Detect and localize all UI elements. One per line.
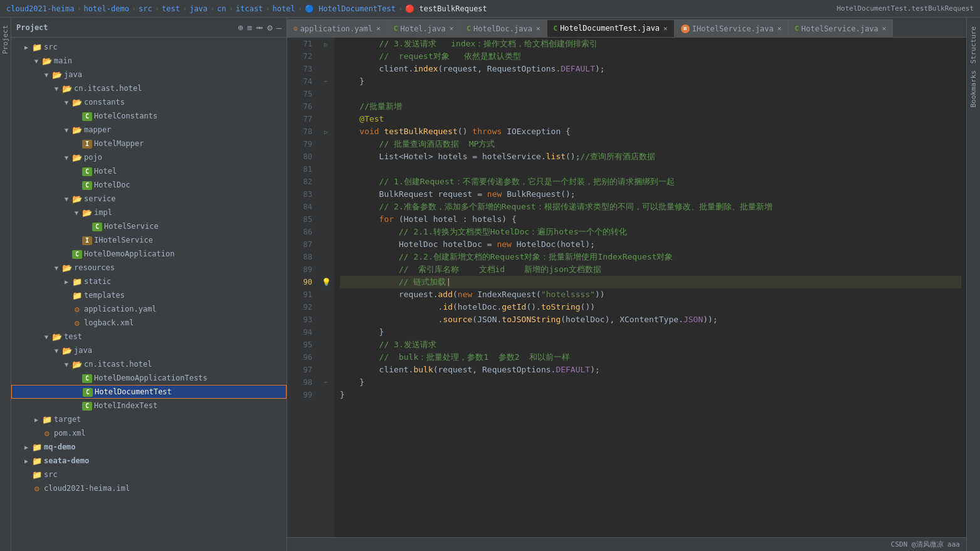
- gutter-89: [317, 263, 335, 276]
- class-icon: C: [92, 221, 103, 231]
- breadcrumb-java[interactable]: java: [189, 4, 208, 13]
- tree-item-hotel-demo-app[interactable]: ▶ C HotelDemoApplication: [11, 247, 287, 261]
- tree-item-java-main[interactable]: ▼ 📂 java: [11, 68, 287, 81]
- folder-open-icon: 📂: [51, 70, 63, 80]
- tree-item-logback[interactable]: ▶ ⚙ logback.xml: [11, 316, 287, 330]
- tab-hotelservice-java[interactable]: C HotelService.java ✕: [788, 19, 893, 37]
- line-num-93: 93: [292, 313, 312, 326]
- breadcrumb-hotel[interactable]: hotel: [273, 4, 295, 13]
- breadcrumb-module[interactable]: hotel-demo: [84, 4, 129, 13]
- tab-application-yaml[interactable]: ⚙ application.yaml ✕: [287, 19, 387, 37]
- code-line-85: for (Hotel hotel : hotels) {: [340, 213, 961, 226]
- tab-close-hotelservice[interactable]: ✕: [882, 24, 887, 33]
- tree-item-target[interactable]: ▶ 📁 target: [11, 412, 287, 426]
- code-line-84: // 2.准备参数，添加多个新增的Request：根据传递请求类型的不同，可以批…: [340, 201, 961, 213]
- code-line-75: [340, 88, 961, 100]
- tree-item-impl[interactable]: ▼ 📂 impl: [11, 206, 287, 219]
- breadcrumb-root[interactable]: cloud2021-heima: [6, 4, 74, 13]
- line-num-82: 82: [292, 176, 312, 188]
- tree-item-static[interactable]: ▶ 📁 static: [11, 275, 287, 288]
- iml-icon: ⚙: [31, 484, 43, 493]
- fold-74[interactable]: ⌐: [324, 78, 327, 85]
- tree-item-hotel-mapper[interactable]: ▶ I HotelMapper: [11, 137, 287, 150]
- breadcrumb-src[interactable]: src: [139, 4, 152, 13]
- gutter-90: 💡: [317, 276, 335, 288]
- tree-item-resources[interactable]: ▼ 📂 resources: [11, 261, 287, 275]
- tree-item-cn-test[interactable]: ▼ 📂 cn.itcast.hotel: [11, 357, 287, 371]
- tree-label: cloud2021-heima.iml: [44, 484, 130, 493]
- tree-item-hotel-constants[interactable]: ▶ C HotelConstants: [11, 109, 287, 123]
- tab-hoteldocumenttest-java[interactable]: C HotelDocumentTest.java ✕: [547, 19, 675, 37]
- line-num-98: 98: [292, 376, 312, 389]
- add-icon[interactable]: ⊕: [238, 23, 243, 33]
- interface-icon: I: [82, 139, 93, 149]
- tree-label: HotelIndexTest: [94, 401, 157, 410]
- minimize-icon[interactable]: —: [277, 23, 282, 33]
- tab-close-ihotelservice[interactable]: ✕: [777, 24, 782, 33]
- tree-item-main[interactable]: ▼ 📂 main: [11, 54, 287, 68]
- tab-ihotelservice-java[interactable]: m IHotelService.java ✕: [675, 19, 789, 37]
- file-tree: ▶ 📁 src ▼ 📂 main ▼ 📂 java ▼: [11, 38, 287, 551]
- tree-item-seata-demo[interactable]: ▶ 📁 seata-demo: [11, 454, 287, 468]
- line-num-77: 77: [292, 113, 312, 125]
- gutter-99: [317, 389, 335, 401]
- tree-item-hotel-doc[interactable]: ▶ C HotelDoc: [11, 178, 287, 192]
- tree-label: static: [84, 277, 111, 286]
- tree-item-ihotel-service[interactable]: ▶ I IHotelService: [11, 233, 287, 247]
- tree-item-mapper[interactable]: ▼ 📂 mapper: [11, 123, 287, 137]
- tree-item-mq-demo[interactable]: ▶ 📁 mq-demo: [11, 440, 287, 454]
- tree-item-service[interactable]: ▼ 📂 service: [11, 192, 287, 206]
- tree-item-constants[interactable]: ▼ 📂 constants: [11, 95, 287, 109]
- gutter-95: [317, 338, 335, 351]
- tab-close-hotel[interactable]: ✕: [450, 24, 454, 33]
- list-icon[interactable]: ≡: [247, 23, 252, 33]
- code-editor[interactable]: 71 72 73 74 75 76 77 78 79 80 81 82 83 8…: [287, 38, 966, 537]
- tree-item-hotel-demo-tests[interactable]: ▶ C HotelDemoApplicationTests: [11, 371, 287, 385]
- line-num-78: 78: [292, 125, 312, 138]
- tree-item-src-bottom[interactable]: ▶ 📁 src: [11, 468, 287, 481]
- tree-item-templates[interactable]: ▶ 📁 templates: [11, 288, 287, 302]
- breadcrumb-class[interactable]: 🔵 HotelDocumentTest: [305, 4, 396, 13]
- tree-arrow: ▼: [61, 196, 71, 202]
- code-line-71: // 3.发送请求 index：操作文档，给文档创建倒排索引: [340, 38, 961, 50]
- breadcrumb-itcast[interactable]: itcast: [236, 4, 263, 13]
- settings-icon[interactable]: ⚙: [267, 23, 272, 33]
- code-line-73: client.index(request, RequestOptions.DEF…: [340, 63, 961, 75]
- folder-open-icon: 📂: [71, 360, 83, 369]
- bookmarks-label[interactable]: Bookmarks: [969, 70, 977, 108]
- left-panel-bar: Project: [0, 18, 11, 551]
- tab-label: HotelDocumentTest.java: [560, 24, 660, 33]
- tree-item-pom[interactable]: ▶ ⚙ pom.xml: [11, 426, 287, 440]
- tree-item-hotel-doc-test[interactable]: ▶ C HotelDocumentTest: [11, 385, 287, 399]
- tree-item-test[interactable]: ▼ 📂 test: [11, 330, 287, 344]
- tab-close-hoteldoc[interactable]: ✕: [536, 24, 540, 33]
- tree-item-iml[interactable]: ▶ ⚙ cloud2021-heima.iml: [11, 481, 287, 495]
- tab-hotel-java[interactable]: C Hotel.java ✕: [387, 19, 461, 37]
- tree-item-hotel[interactable]: ▶ C Hotel: [11, 164, 287, 178]
- tree-item-pojo[interactable]: ▼ 📂 pojo: [11, 150, 287, 164]
- project-label[interactable]: Project: [1, 25, 9, 54]
- tree-item-cn-itcast[interactable]: ▼ 📂 cn.itcast.hotel: [11, 81, 287, 95]
- tree-item-hotel-index-test[interactable]: ▶ C HotelIndexTest: [11, 399, 287, 412]
- tree-item-app-yaml[interactable]: ▶ ⚙ application.yaml: [11, 302, 287, 316]
- structure-label[interactable]: Structure: [969, 26, 977, 64]
- line-num-85: 85: [292, 213, 312, 226]
- sidebar-header: Project ⊕ ≡ ⥈ ⚙ —: [11, 18, 287, 38]
- tree-item-java-test[interactable]: ▼ 📂 java: [11, 344, 287, 357]
- breadcrumb-test[interactable]: test: [162, 4, 180, 13]
- tree-item-hotel-service[interactable]: ▶ C HotelService: [11, 219, 287, 233]
- project-sidebar: Project ⊕ ≡ ⥈ ⚙ — ▶ 📁 src ▼ 📂 m: [11, 18, 287, 551]
- tab-hoteldoc-java[interactable]: C HotelDoc.java ✕: [460, 19, 547, 37]
- bulb-icon[interactable]: 💡: [322, 278, 331, 286]
- tree-item-src-root[interactable]: ▶ 📁 src: [11, 40, 287, 54]
- code-content[interactable]: // 3.发送请求 index：操作文档，给文档创建倒排索引 // reques…: [335, 38, 966, 537]
- line-num-91: 91: [292, 288, 312, 301]
- line-num-99: 99: [292, 389, 312, 401]
- tab-close-yaml[interactable]: ✕: [376, 24, 381, 33]
- fold-98[interactable]: ⌐: [324, 379, 327, 386]
- gutter-92: [317, 301, 335, 313]
- expand-icon[interactable]: ⥈: [256, 23, 263, 33]
- code-line-90: // 链式加载|: [340, 276, 961, 288]
- tab-close-hoteldoctest[interactable]: ✕: [663, 24, 668, 33]
- breadcrumb-cn[interactable]: cn: [217, 4, 226, 13]
